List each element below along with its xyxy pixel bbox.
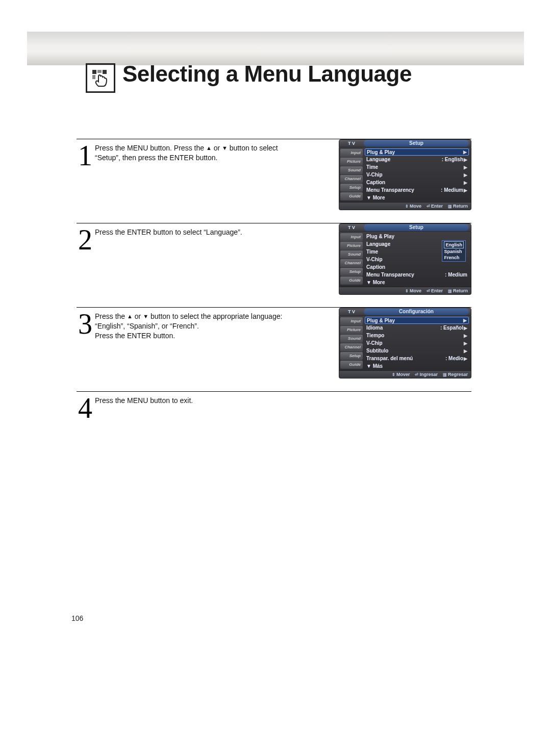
footer-label: Return — [453, 204, 468, 209]
menu-label: Idioma — [366, 325, 440, 331]
footer-hint: ⏎Enter — [427, 204, 443, 209]
sidebar-item: Setup — [340, 184, 363, 192]
up-triangle-icon: ▲ — [127, 313, 133, 320]
menu-row: Transpar. del menú: Medio▶ — [365, 355, 469, 362]
sidebar-item: Channel — [340, 343, 363, 351]
step-text: Press the ▲ or ▼ button to select the ap… — [95, 310, 288, 341]
chevron-right-icon: ▶ — [463, 188, 467, 193]
menu-tab: Setup — [364, 224, 469, 231]
menu-row: Subtítulo▶ — [365, 347, 469, 355]
menu-value: : Medio — [445, 356, 463, 361]
menu-label: Time — [366, 164, 463, 170]
menu-row: Language English Spanish French — [365, 240, 469, 248]
updown-icon: ⇕ — [405, 204, 409, 209]
menu-label: Menu Transparency — [366, 272, 445, 278]
menu-label: Plug & Play — [367, 149, 463, 155]
menu-label: Tiempo — [366, 333, 463, 338]
language-option: Spanish — [444, 248, 464, 255]
text-fragment: or — [212, 144, 222, 152]
svg-rect-1 — [97, 70, 102, 73]
footer-label: Ingresar — [419, 372, 438, 377]
menu-row: V-Chip▶ — [365, 339, 469, 347]
chevron-right-icon: ▶ — [463, 318, 467, 323]
content-area: 1 Press the MENU button. Press the ▲ or … — [77, 139, 471, 422]
menu-label: Plug & Play — [367, 318, 463, 323]
step-1: 1 Press the MENU button. Press the ▲ or … — [77, 139, 471, 223]
tv-label: T V — [339, 225, 364, 230]
menu-label: Caption — [366, 180, 463, 185]
menu-main: Plug & Play▶ Language: English▶ Time▶ V-… — [364, 147, 471, 202]
sidebar-item: Guide — [340, 361, 363, 369]
chevron-right-icon: ▶ — [463, 356, 467, 361]
step-4: 4 Press the MENU button to exit. — [77, 391, 471, 422]
footer-label: Return — [453, 288, 468, 293]
step-number: 1 — [77, 141, 94, 170]
menu-row: Language: English▶ — [365, 156, 469, 163]
menu-footer: ⇕Move ⏎Enter ▥Return — [339, 203, 471, 210]
sidebar-item: Setup — [340, 352, 363, 360]
footer-label: Move — [410, 204, 421, 209]
chevron-right-icon: ▶ — [463, 172, 467, 178]
menu-label: Subtítulo — [366, 348, 463, 354]
return-icon: ▥ — [448, 204, 452, 209]
header-band — [27, 32, 524, 65]
menu-row: Menu Transparency: Medium▶ — [365, 186, 469, 194]
sidebar-item: Channel — [340, 259, 363, 267]
step-number: 2 — [77, 225, 94, 254]
tv-label: T V — [339, 309, 364, 314]
menu-row: ▼ More — [365, 279, 469, 286]
tv-menu-screenshot-1: T V Setup Input Picture Sound Channel Se… — [339, 139, 471, 210]
chevron-right-icon: ▶ — [463, 165, 467, 170]
step-text: Press the MENU button to exit. — [95, 394, 288, 406]
menu-row: Plug & Play▶ — [365, 148, 469, 156]
tv-label: T V — [339, 141, 364, 146]
menu-row: ▼ More — [365, 194, 469, 201]
menu-label: ▼ Más — [366, 363, 467, 369]
chevron-right-icon: ▶ — [463, 325, 467, 331]
step-text: Press the MENU button. Press the ▲ or ▼ … — [95, 141, 288, 163]
menu-header: T V Setup — [339, 223, 471, 232]
menu-row: V-Chip▶ — [365, 171, 469, 179]
text-fragment: Press the ENTER button. — [95, 332, 175, 340]
language-option-selected: English — [444, 241, 464, 248]
chevron-right-icon: ▶ — [463, 157, 467, 162]
footer-hint: ⇕Mover — [392, 372, 410, 377]
menu-label: Caption — [366, 264, 467, 270]
menu-footer: ⇕Move ⏎Enter ▥Return — [339, 287, 471, 295]
chevron-right-icon: ▶ — [463, 341, 467, 346]
text-fragment: Press the — [95, 312, 127, 320]
menu-value: : English — [442, 157, 463, 162]
menu-footer: ⇕Mover ⏎Ingresar ▥Regresar — [339, 371, 471, 379]
chevron-right-icon: ▶ — [463, 348, 467, 354]
menu-row: Menu Transparency: Medium — [365, 271, 469, 279]
menu-main: Plug & Play▶ Idioma: Español▶ Tiempo▶ V-… — [364, 316, 471, 370]
enter-icon: ⏎ — [427, 204, 430, 209]
menu-label: V-Chip — [366, 340, 463, 346]
step-2: 2 Press the ENTER button to select “Lang… — [77, 223, 471, 307]
sidebar-item: Input — [340, 233, 363, 241]
return-icon: ▥ — [448, 289, 452, 293]
chevron-right-icon: ▶ — [463, 333, 467, 338]
menu-row: Idioma: Español▶ — [365, 324, 469, 332]
text-fragment: or — [133, 312, 143, 320]
sidebar-item: Input — [340, 317, 363, 325]
svg-rect-3 — [92, 75, 95, 79]
text-fragment: Press the MENU button. Press the — [95, 144, 206, 152]
step-number: 4 — [77, 394, 94, 422]
footer-hint: ▥Return — [448, 204, 468, 209]
sidebar-item: Guide — [340, 276, 363, 285]
tv-menu-screenshot-3: T V Configuración Input Picture Sound Ch… — [339, 308, 471, 379]
step-number: 3 — [77, 310, 94, 338]
sidebar-item: Input — [340, 149, 363, 157]
menu-label: Language — [366, 157, 442, 162]
updown-icon: ⇕ — [405, 289, 409, 293]
menu-row: Caption▶ — [365, 179, 469, 186]
menu-main: Plug & Play Language English Spanish Fre… — [364, 232, 471, 287]
step-text: Press the ENTER button to select “Langua… — [95, 225, 288, 237]
menu-label: ▼ More — [366, 195, 467, 200]
enter-icon: ⏎ — [427, 289, 430, 293]
page-number: 106 — [71, 614, 83, 622]
footer-hint: ⏎Ingresar — [415, 372, 438, 377]
menu-header: T V Setup — [339, 139, 471, 147]
sidebar-item: Channel — [340, 175, 363, 183]
